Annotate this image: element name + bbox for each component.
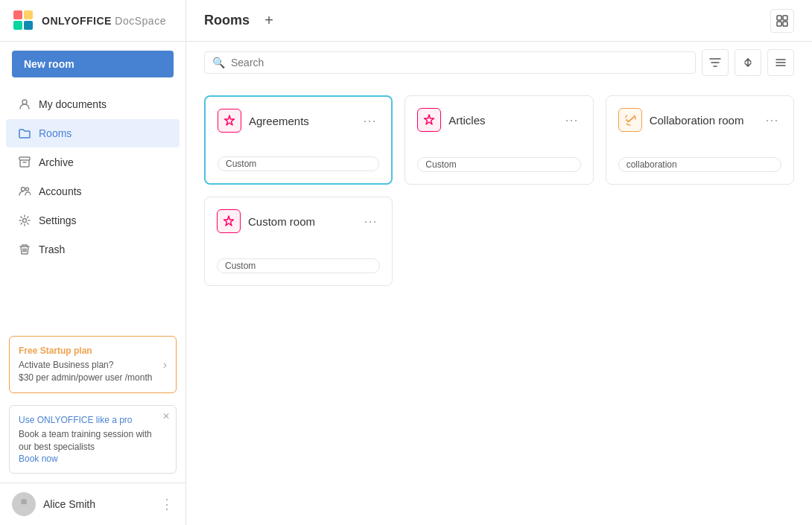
room-card-custom[interactable]: Custom room ⋯ Custom (204, 197, 393, 286)
user-menu-icon[interactable]: ⋮ (160, 496, 174, 512)
grid-view-button[interactable] (770, 9, 794, 33)
promo-business-plan[interactable]: Free Startup plan Activate Business plan… (9, 336, 177, 394)
room-icon-articles (417, 108, 441, 132)
room-card-agreements[interactable]: Agreements ⋯ Custom (204, 95, 393, 185)
sidebar-item-my-documents[interactable]: My documents (6, 90, 180, 118)
svg-rect-5 (19, 157, 30, 160)
promo-training: ✕ Use ONLYOFFICE like a pro Book a team … (9, 405, 177, 474)
toolbar: 🔍 (186, 42, 812, 83)
main-content: Rooms + 🔍 (186, 0, 812, 525)
svg-rect-3 (24, 21, 33, 30)
room-header-custom: Custom room ⋯ (217, 209, 380, 233)
svg-point-8 (23, 219, 27, 223)
person-icon (18, 98, 31, 111)
svg-point-4 (22, 100, 27, 104)
svg-point-9 (21, 499, 27, 505)
room-card-collaboration[interactable]: Collaboration room ⋯ collaboration (606, 95, 794, 185)
sidebar-item-settings[interactable]: Settings (6, 206, 180, 235)
sidebar-item-label-rooms: Rooms (39, 127, 72, 139)
folder-icon (18, 127, 31, 140)
svg-rect-2 (13, 21, 22, 30)
sidebar-item-archive[interactable]: Archive (6, 148, 180, 176)
filter-button[interactable] (702, 49, 729, 76)
list-view-button[interactable] (767, 49, 794, 76)
room-tag-collaboration: collaboration (618, 157, 781, 172)
logo-area: ONLYOFFICE DocSpace (0, 0, 185, 42)
sidebar: ONLYOFFICE DocSpace New room My document… (0, 0, 186, 525)
new-room-button[interactable]: New room (12, 51, 174, 77)
room-title-collaboration: Collaboration room (650, 114, 744, 127)
promo-close-icon[interactable]: ✕ (162, 412, 170, 421)
trash-icon (18, 243, 31, 256)
promo-chevron-icon[interactable]: › (163, 358, 167, 372)
sidebar-item-label-archive: Archive (39, 156, 74, 168)
search-box: 🔍 (204, 51, 696, 74)
sidebar-nav: My documents Rooms Archive (0, 86, 185, 330)
svg-rect-13 (783, 22, 787, 26)
room-tag-agreements: Custom (218, 156, 379, 171)
user-profile[interactable]: Alice Smith ⋮ (0, 483, 185, 525)
room-title-articles: Articles (448, 114, 485, 127)
sidebar-item-label-my-documents: My documents (39, 98, 107, 110)
page-title: Rooms (204, 13, 250, 28)
room-icon-agreements (218, 109, 241, 133)
accounts-icon (18, 185, 31, 198)
archive-icon (18, 156, 31, 169)
room-icon-collaboration (618, 108, 642, 132)
sidebar-item-label-accounts: Accounts (39, 185, 82, 197)
room-header-collaboration: Collaboration room ⋯ (618, 108, 781, 132)
logo-text: ONLYOFFICE DocSpace (42, 15, 166, 27)
svg-rect-1 (24, 10, 33, 19)
sidebar-item-trash[interactable]: Trash (6, 235, 180, 264)
sidebar-item-accounts[interactable]: Accounts (6, 177, 180, 206)
svg-rect-0 (13, 10, 22, 19)
avatar (12, 492, 36, 516)
svg-point-6 (22, 188, 25, 191)
sort-button[interactable] (735, 49, 761, 76)
promo-badge: Free Startup plan (19, 346, 167, 356)
user-name: Alice Smith (43, 498, 160, 510)
sidebar-item-label-settings: Settings (39, 214, 77, 226)
room-tag-articles: Custom (417, 157, 580, 172)
search-icon: 🔍 (212, 57, 225, 69)
sidebar-item-rooms[interactable]: Rooms (6, 119, 180, 147)
room-title-custom: Custom room (248, 215, 315, 228)
logo-icon (12, 9, 36, 33)
room-icon-custom (217, 209, 241, 233)
sidebar-item-label-trash: Trash (39, 244, 65, 255)
room-menu-custom[interactable]: ⋯ (361, 210, 380, 232)
room-card-articles[interactable]: Articles ⋯ Custom (405, 95, 593, 185)
room-tag-custom: Custom (217, 258, 380, 273)
view-toggle (770, 9, 794, 33)
room-title-agreements: Agreements (249, 115, 309, 127)
room-menu-agreements[interactable]: ⋯ (360, 109, 379, 132)
search-input[interactable] (231, 57, 688, 69)
svg-rect-12 (777, 22, 781, 26)
promo2-link[interactable]: Book now (19, 454, 58, 464)
room-header-articles: Articles ⋯ (417, 108, 580, 132)
rooms-grid: Agreements ⋯ Custom Articles ⋯ Cust (186, 83, 812, 525)
svg-rect-11 (783, 16, 787, 20)
promo-title: Activate Business plan? $30 per admin/po… (19, 359, 167, 384)
add-room-button[interactable]: + (258, 10, 279, 31)
settings-icon (18, 214, 31, 227)
promo2-title: Use ONLYOFFICE like a pro (19, 415, 167, 425)
main-header: Rooms + (186, 0, 812, 42)
svg-rect-10 (777, 16, 781, 20)
room-menu-collaboration[interactable]: ⋯ (762, 109, 781, 131)
room-header-agreements: Agreements ⋯ (218, 109, 379, 133)
room-menu-articles[interactable]: ⋯ (562, 109, 581, 131)
promo2-text: Book a team training session with our be… (19, 428, 167, 454)
svg-point-7 (26, 188, 29, 191)
